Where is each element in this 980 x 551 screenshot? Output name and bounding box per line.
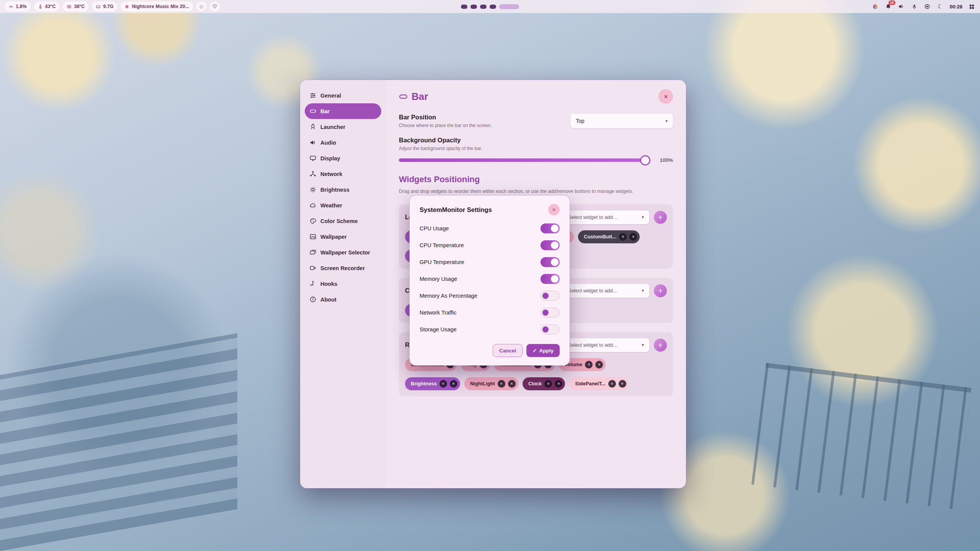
add-widget-button[interactable]: + [654,339,667,352]
background-opacity-label: Background Opacity [399,137,673,144]
widget-remove-icon[interactable] [595,361,603,368]
sidebar-item-launcher[interactable]: Launcher [305,119,381,135]
sidebar-item-screen-recorder[interactable]: Screen Recorder [305,260,381,276]
widget-settings-icon[interactable] [619,233,627,241]
emoji-icon[interactable]: ☺ [196,2,206,11]
microphone-icon[interactable] [911,3,918,10]
palette-icon [310,218,316,224]
sidebar-item-label: Hooks [320,281,337,287]
bar-position-label: Bar Position [399,114,492,121]
sidebar-item-label: Network [320,171,342,177]
sidebar-item-label: Wallpaper Selector [320,249,370,256]
widgets-positioning-title: Widgets Positioning [399,174,673,184]
sidebar-item-about[interactable]: About [305,292,381,307]
toggle-gpu-temperature[interactable] [541,257,560,267]
workspace-pill-1[interactable] [461,5,467,9]
workspace-pill-2[interactable] [470,5,477,9]
night-light-icon[interactable]: ☾ [937,3,944,10]
screen-record-icon[interactable] [924,3,931,10]
apply-button[interactable]: ✓ Apply [526,344,560,357]
stat-pill-9-7g: 9.7G [92,2,117,11]
toggle-memory-usage[interactable] [541,274,560,284]
widget-chip-brightness[interactable]: Brightness [405,377,460,390]
widget-remove-icon[interactable] [629,233,637,241]
sidebar-item-display[interactable]: Display [305,150,381,166]
cancel-button[interactable]: Cancel [493,344,523,357]
widget-chip-clock[interactable]: Clock [523,377,565,390]
volume-icon[interactable] [898,3,905,10]
toggle-cpu-temperature[interactable] [541,240,560,250]
sidebar-item-wallpaper[interactable]: Wallpaper [305,229,381,245]
memory-icon [96,4,101,9]
stat-value: 9.7G [103,4,113,9]
toggle-row-cpu-temperature: CPU Temperature [420,237,560,254]
modal-close-button[interactable] [548,204,560,215]
widget-chip-label: Clock [528,381,542,386]
window-close-button[interactable] [658,89,673,104]
widget-settings-icon[interactable] [544,380,552,388]
sidebar-item-label: Screen Recorder [320,265,365,271]
workspace-pill-5[interactable] [499,4,519,9]
widget-add-dropdown[interactable]: Select widget to add... ▾ [563,338,649,352]
widget-settings-icon[interactable] [498,380,505,388]
workspace-pill-4[interactable] [490,5,496,9]
add-widget-button[interactable]: + [654,284,667,297]
widget-add-dropdown[interactable]: Select widget to add... ▾ [563,284,649,298]
toggle-row-network-traffic: Network Traffic [420,304,560,321]
widget-remove-icon[interactable] [619,380,626,388]
widget-chip-label: CustomButt... [584,234,616,240]
bar-icon [310,108,316,114]
add-widget-button[interactable]: + [654,211,667,224]
sidebar-item-general[interactable]: General [305,88,381,103]
widget-settings-icon[interactable] [585,361,593,368]
clock: 00:28 [950,4,962,10]
bar-position-dropdown[interactable]: Top ▾ [570,114,673,128]
workspaces [461,0,519,13]
apps-grid-icon[interactable] [968,3,975,10]
sidebar-item-wallpaper-selector[interactable]: Wallpaper Selector [305,245,381,260]
media-title: Nightcore Music Mix 20... [132,4,189,9]
widget-remove-icon[interactable] [450,380,457,388]
sidebar-item-label: Display [320,155,340,161]
widget-settings-icon[interactable] [439,380,447,388]
widget-chip-sidepanelt[interactable]: SidePanelT... [569,377,629,390]
toggle-row-gpu-temperature: GPU Temperature [420,254,560,271]
workspace-pill-3[interactable] [480,5,487,9]
notifications-bell-icon[interactable]: 10 [885,3,892,10]
widget-chip-custombutt[interactable]: CustomButt... [578,230,640,243]
sidebar-item-network[interactable]: Network [305,166,381,182]
widget-add-placeholder: Select widget to add... [568,288,617,293]
media-player-widget[interactable]: Nightcore Music Mix 20... [121,2,193,11]
widget-remove-icon[interactable] [555,380,562,388]
widget-chip-nightlight[interactable]: NightLight [464,377,518,390]
wallpaper-selector-icon [310,249,316,256]
sidebar-item-weather[interactable]: Weather [305,197,381,213]
background-opacity-setting: Background Opacity Adjust the background… [399,137,673,163]
toggle-label: CPU Temperature [420,242,464,248]
rocket-icon [310,124,316,130]
toggle-row-memory-usage: Memory Usage [420,271,560,287]
toggle-memory-as-percentage[interactable] [541,291,560,301]
color-picker-icon[interactable] [872,3,879,10]
toggle-label: Network Traffic [420,310,456,316]
toggle-cpu-usage[interactable] [541,223,560,233]
sidebar-item-bar[interactable]: Bar [305,103,381,119]
sidebar-item-hooks[interactable]: Hooks [305,276,381,292]
widget-add-dropdown[interactable]: Select widget to add... ▾ [563,210,649,224]
opacity-slider[interactable] [399,158,649,162]
heart-icon[interactable]: ♡ [210,2,220,11]
toggle-list: CPU Usage CPU Temperature GPU Temperatur… [420,220,560,338]
stat-pill-43-c: 43°C [34,2,60,11]
toggle-network-traffic[interactable] [541,308,560,318]
toggle-storage-usage[interactable] [541,324,560,334]
bar-position-value: Top [576,118,585,124]
widget-remove-icon[interactable] [508,380,516,388]
sidebar-item-audio[interactable]: Audio [305,135,381,150]
stat-pill-1-8: 1.8% [5,2,31,11]
opacity-slider-knob[interactable] [640,155,650,165]
sidebar-item-brightness[interactable]: Brightness [305,182,381,197]
widget-settings-icon[interactable] [608,380,616,388]
sidebar-item-color-scheme[interactable]: Color Scheme [305,213,381,229]
widget-chip-label: SidePanelT... [575,381,605,386]
bar-position-setting: Bar Position Choose where to place the b… [399,114,673,128]
